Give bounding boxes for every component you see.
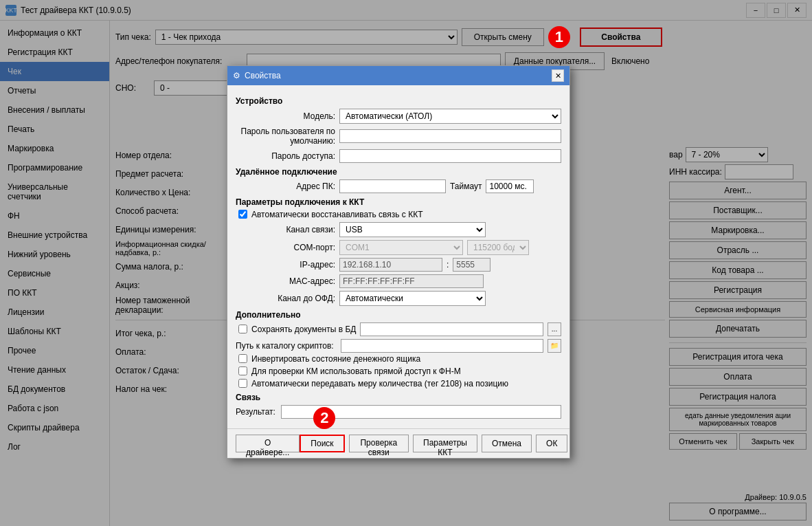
additional-section-title: Дополнительно — [236, 310, 561, 320]
km-direct-checkbox[interactable] — [238, 366, 247, 375]
dialog-title: Свойства — [245, 71, 281, 80]
pc-addr-input[interactable] — [339, 179, 446, 193]
dialog-footer: О драйвере... 2 Поиск Проверка связи Пар… — [227, 428, 569, 458]
port-num-input[interactable] — [453, 258, 490, 272]
mac-input[interactable] — [339, 274, 484, 288]
access-password-label: Пароль доступа: — [236, 151, 335, 161]
com-port-label: COM-порт: — [236, 243, 335, 252]
auto-quantity-checkbox[interactable] — [238, 379, 247, 388]
mac-row: MAC-адрес: — [236, 274, 561, 288]
device-section-title: Устройство — [236, 96, 561, 106]
dialog-close-button[interactable]: ✕ — [552, 69, 564, 82]
link-section-title: Связь — [236, 393, 561, 402]
save-db-label: Сохранять документы в БД — [251, 325, 356, 334]
properties-dialog: ⚙ Свойства ✕ Устройство Модель: Автомати… — [227, 65, 570, 459]
footer-right: 2 Поиск Проверка связи Параметры ККТ Отм… — [300, 435, 567, 452]
check-link-button[interactable]: Проверка связи — [349, 435, 409, 452]
save-db-path-input[interactable] — [360, 322, 543, 336]
result-label: Результат: — [236, 407, 277, 417]
dialog-title-left: ⚙ Свойства — [233, 71, 281, 80]
pc-addr-label: Адрес ПК: — [236, 182, 335, 191]
auto-restore-label: Автоматически восстанавливать связь с КК… — [251, 210, 422, 219]
invert-cash-row: Инвертировать состояние денежного ящика — [238, 354, 561, 364]
footer-left: О драйвере... — [236, 435, 300, 452]
scripts-path-input[interactable] — [341, 339, 543, 353]
save-db-row: Сохранять документы в БД ... — [238, 322, 561, 336]
ofd-channel-select[interactable]: Автоматически — [339, 291, 486, 306]
timeout-input[interactable] — [486, 179, 534, 193]
about-driver-button[interactable]: О драйвере... — [236, 435, 300, 452]
result-row: Результат: — [236, 405, 561, 419]
port-separator: : — [447, 260, 449, 270]
invert-cash-label: Инвертировать состояние денежного ящика — [251, 354, 420, 364]
ofd-channel-row: Канал до ОФД: Автоматически — [236, 291, 561, 306]
ofd-channel-label: Канал до ОФД: — [236, 294, 335, 303]
model-select[interactable]: Автоматически (АТОЛ) — [339, 109, 561, 124]
pc-addr-row: Адрес ПК: Таймаут — [236, 179, 561, 193]
scripts-path-label: Путь к каталогу скриптов: — [236, 341, 334, 351]
baud-select[interactable]: 115200 бод — [467, 240, 529, 255]
ok-dialog-button[interactable]: ОК — [536, 435, 567, 452]
auto-quantity-label: Автоматически передавать меру количества… — [251, 379, 508, 388]
channel-row: Канал связи: USB — [236, 222, 561, 237]
ip-addr-input[interactable] — [339, 258, 442, 272]
remote-section-title: Удалённое подключение — [236, 167, 561, 177]
channel-select[interactable]: USB — [339, 222, 486, 237]
connection-section-title: Параметры подключения к ККТ — [236, 197, 561, 207]
km-direct-row: Для проверки КМ использовать прямой дост… — [238, 366, 561, 376]
dialog-body: Устройство Модель: Автоматически (АТОЛ) … — [227, 85, 569, 428]
mac-label: MAC-адрес: — [236, 276, 335, 286]
com-port-select[interactable]: COM1 — [339, 240, 463, 255]
timeout-label: Таймаут — [450, 182, 482, 191]
auto-restore-row: Автоматически восстанавливать связь с КК… — [238, 210, 561, 219]
dialog-overlay: ⚙ Свойства ✕ Устройство Модель: Автомати… — [0, 0, 812, 526]
dialog-icon: ⚙ — [233, 71, 240, 80]
invert-cash-checkbox[interactable] — [238, 354, 247, 363]
kkt-params-button[interactable]: Параметры ККТ — [413, 435, 477, 452]
ip-addr-label: IP-адрес: — [236, 260, 335, 270]
model-row: Модель: Автоматически (АТОЛ) — [236, 109, 561, 124]
km-direct-label: Для проверки КМ использовать прямой дост… — [251, 366, 461, 376]
auto-quantity-row: Автоматически передавать меру количества… — [238, 379, 561, 388]
badge-1: 1 — [548, 26, 570, 48]
save-db-checkbox[interactable] — [238, 325, 247, 333]
scripts-path-row: Путь к каталогу скриптов: 📁 — [236, 339, 561, 353]
badge-2: 2 — [313, 407, 335, 429]
com-port-row: COM-порт: COM1 115200 бод — [236, 240, 561, 255]
save-db-browse-button[interactable]: ... — [548, 322, 561, 336]
user-password-label: Пароль пользователя по умолчанию: — [236, 127, 335, 146]
auto-restore-checkbox[interactable] — [238, 210, 247, 219]
model-label: Модель: — [236, 111, 335, 121]
cancel-dialog-button[interactable]: Отмена — [482, 435, 532, 452]
ip-addr-row: IP-адрес: : — [236, 258, 561, 272]
user-password-input[interactable] — [339, 129, 561, 143]
dialog-titlebar: ⚙ Свойства ✕ — [227, 66, 569, 85]
access-password-input[interactable] — [339, 149, 561, 163]
search-button[interactable]: Поиск — [300, 435, 344, 452]
scripts-browse-button[interactable]: 📁 — [548, 339, 561, 353]
user-password-row: Пароль пользователя по умолчанию: — [236, 127, 561, 146]
access-password-row: Пароль доступа: — [236, 149, 561, 163]
channel-label: Канал связи: — [236, 225, 335, 234]
